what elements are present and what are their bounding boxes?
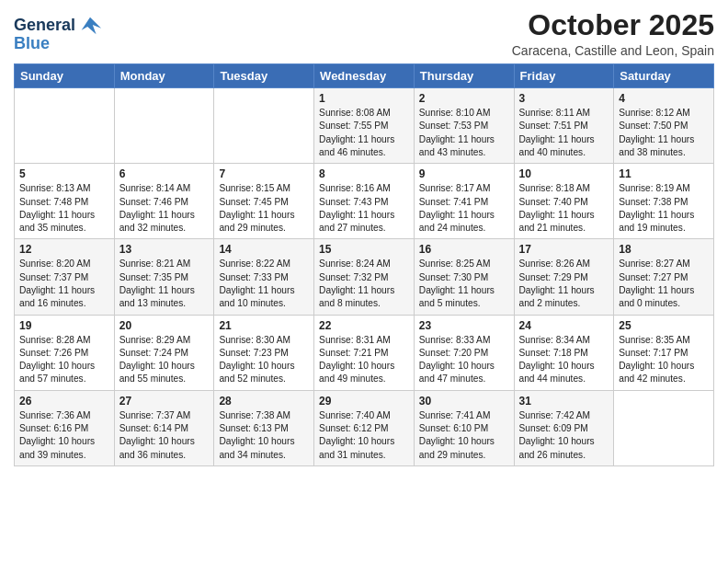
calendar-cell: 29Sunrise: 7:40 AM Sunset: 6:12 PM Dayli… [314, 390, 415, 465]
cell-content: Sunrise: 8:12 AM Sunset: 7:50 PM Dayligh… [619, 107, 709, 159]
day-number: 11 [619, 167, 709, 180]
day-number: 26 [19, 395, 109, 408]
calendar-cell [614, 390, 714, 465]
calendar-cell: 25Sunrise: 8:35 AM Sunset: 7:17 PM Dayli… [614, 315, 714, 390]
calendar-cell: 22Sunrise: 8:31 AM Sunset: 7:21 PM Dayli… [314, 315, 415, 390]
day-number: 28 [219, 395, 309, 408]
calendar-cell: 5Sunrise: 8:13 AM Sunset: 7:48 PM Daylig… [15, 164, 115, 239]
calendar-cell: 31Sunrise: 7:42 AM Sunset: 6:09 PM Dayli… [514, 390, 614, 465]
cell-content: Sunrise: 7:36 AM Sunset: 6:16 PM Dayligh… [19, 409, 109, 462]
week-row-1: 1Sunrise: 8:08 AM Sunset: 7:55 PM Daylig… [15, 88, 714, 164]
calendar-cell: 26Sunrise: 7:36 AM Sunset: 6:16 PM Dayli… [15, 390, 115, 465]
svg-marker-0 [82, 17, 101, 35]
calendar-cell: 3Sunrise: 8:11 AM Sunset: 7:51 PM Daylig… [514, 88, 614, 164]
calendar-cell: 20Sunrise: 8:29 AM Sunset: 7:24 PM Dayli… [114, 315, 214, 390]
day-number: 19 [19, 319, 109, 332]
day-number: 2 [419, 92, 509, 105]
day-number: 12 [19, 243, 109, 256]
cell-content: Sunrise: 8:34 AM Sunset: 7:18 PM Dayligh… [519, 334, 609, 386]
cell-content: Sunrise: 8:18 AM Sunset: 7:40 PM Dayligh… [519, 182, 609, 235]
day-number: 29 [319, 395, 409, 408]
day-number: 15 [319, 243, 409, 256]
day-number: 25 [619, 319, 709, 332]
calendar-cell: 2Sunrise: 8:10 AM Sunset: 7:53 PM Daylig… [414, 88, 514, 164]
cell-content: Sunrise: 7:38 AM Sunset: 6:13 PM Dayligh… [219, 409, 309, 462]
cell-content: Sunrise: 8:16 AM Sunset: 7:43 PM Dayligh… [319, 182, 409, 235]
calendar-cell: 17Sunrise: 8:26 AM Sunset: 7:29 PM Dayli… [514, 239, 614, 315]
cell-content: Sunrise: 8:11 AM Sunset: 7:51 PM Dayligh… [519, 107, 609, 159]
col-monday: Monday [114, 64, 214, 88]
cell-content: Sunrise: 8:31 AM Sunset: 7:21 PM Dayligh… [319, 334, 409, 386]
cell-content: Sunrise: 8:29 AM Sunset: 7:24 PM Dayligh… [119, 334, 210, 386]
week-row-5: 26Sunrise: 7:36 AM Sunset: 6:16 PM Dayli… [15, 390, 714, 465]
day-number: 4 [619, 92, 709, 105]
cell-content: Sunrise: 8:27 AM Sunset: 7:27 PM Dayligh… [619, 258, 709, 310]
day-number: 23 [419, 319, 509, 332]
calendar-cell: 27Sunrise: 7:37 AM Sunset: 6:14 PM Dayli… [114, 390, 214, 465]
calendar-cell: 18Sunrise: 8:27 AM Sunset: 7:27 PM Dayli… [614, 239, 714, 315]
cell-content: Sunrise: 8:28 AM Sunset: 7:26 PM Dayligh… [19, 334, 109, 386]
calendar-cell [15, 88, 115, 164]
col-friday: Friday [514, 64, 614, 88]
cell-content: Sunrise: 8:20 AM Sunset: 7:37 PM Dayligh… [19, 258, 109, 310]
day-number: 18 [619, 243, 709, 256]
day-number: 16 [419, 243, 509, 256]
cell-content: Sunrise: 8:19 AM Sunset: 7:38 PM Dayligh… [619, 182, 709, 235]
col-thursday: Thursday [414, 64, 514, 88]
day-number: 17 [519, 243, 609, 256]
day-number: 24 [519, 319, 609, 332]
calendar-cell: 24Sunrise: 8:34 AM Sunset: 7:18 PM Dayli… [514, 315, 614, 390]
cell-content: Sunrise: 8:21 AM Sunset: 7:35 PM Dayligh… [119, 258, 210, 310]
calendar-cell: 14Sunrise: 8:22 AM Sunset: 7:33 PM Dayli… [214, 239, 314, 315]
cell-content: Sunrise: 8:14 AM Sunset: 7:46 PM Dayligh… [119, 182, 210, 235]
calendar-cell: 19Sunrise: 8:28 AM Sunset: 7:26 PM Dayli… [15, 315, 115, 390]
page-header: General Blue October 2025 Caracena, Cast… [14, 9, 714, 58]
col-saturday: Saturday [614, 64, 714, 88]
day-number: 10 [519, 167, 609, 180]
logo-text-general: General [14, 17, 75, 35]
col-tuesday: Tuesday [214, 64, 314, 88]
calendar-cell: 16Sunrise: 8:25 AM Sunset: 7:30 PM Dayli… [414, 239, 514, 315]
day-number: 7 [219, 167, 309, 180]
cell-content: Sunrise: 8:24 AM Sunset: 7:32 PM Dayligh… [319, 258, 409, 310]
day-number: 30 [419, 395, 509, 408]
day-number: 21 [219, 319, 309, 332]
calendar-cell: 13Sunrise: 8:21 AM Sunset: 7:35 PM Dayli… [114, 239, 214, 315]
cell-content: Sunrise: 8:15 AM Sunset: 7:45 PM Dayligh… [219, 182, 309, 235]
day-number: 14 [219, 243, 309, 256]
calendar-cell: 21Sunrise: 8:30 AM Sunset: 7:23 PM Dayli… [214, 315, 314, 390]
calendar-cell [114, 88, 214, 164]
calendar-cell: 28Sunrise: 7:38 AM Sunset: 6:13 PM Dayli… [214, 390, 314, 465]
logo: General Blue [14, 13, 103, 53]
cell-content: Sunrise: 8:13 AM Sunset: 7:48 PM Dayligh… [19, 182, 109, 235]
col-wednesday: Wednesday [314, 64, 415, 88]
cell-content: Sunrise: 7:37 AM Sunset: 6:14 PM Dayligh… [119, 409, 210, 462]
day-number: 6 [119, 167, 210, 180]
cell-content: Sunrise: 8:35 AM Sunset: 7:17 PM Dayligh… [619, 334, 709, 386]
calendar-cell: 9Sunrise: 8:17 AM Sunset: 7:41 PM Daylig… [414, 164, 514, 239]
logo-text-blue: Blue [14, 35, 50, 53]
cell-content: Sunrise: 8:25 AM Sunset: 7:30 PM Dayligh… [419, 258, 509, 310]
week-row-4: 19Sunrise: 8:28 AM Sunset: 7:26 PM Dayli… [15, 315, 714, 390]
calendar-table: Sunday Monday Tuesday Wednesday Thursday… [14, 63, 714, 466]
calendar-cell [214, 88, 314, 164]
day-number: 8 [319, 167, 409, 180]
cell-content: Sunrise: 8:17 AM Sunset: 7:41 PM Dayligh… [419, 182, 509, 235]
col-sunday: Sunday [15, 64, 115, 88]
cell-content: Sunrise: 7:40 AM Sunset: 6:12 PM Dayligh… [319, 409, 409, 462]
cell-content: Sunrise: 8:33 AM Sunset: 7:20 PM Dayligh… [419, 334, 509, 386]
calendar-cell: 10Sunrise: 8:18 AM Sunset: 7:40 PM Dayli… [514, 164, 614, 239]
cell-content: Sunrise: 8:26 AM Sunset: 7:29 PM Dayligh… [519, 258, 609, 310]
day-number: 9 [419, 167, 509, 180]
cell-content: Sunrise: 7:42 AM Sunset: 6:09 PM Dayligh… [519, 409, 609, 462]
day-number: 5 [19, 167, 109, 180]
calendar-cell: 11Sunrise: 8:19 AM Sunset: 7:38 PM Dayli… [614, 164, 714, 239]
cell-content: Sunrise: 8:08 AM Sunset: 7:55 PM Dayligh… [319, 107, 409, 159]
cell-content: Sunrise: 8:22 AM Sunset: 7:33 PM Dayligh… [219, 258, 309, 310]
calendar-cell: 7Sunrise: 8:15 AM Sunset: 7:45 PM Daylig… [214, 164, 314, 239]
day-number: 1 [319, 92, 409, 105]
day-number: 13 [119, 243, 210, 256]
calendar-page: General Blue October 2025 Caracena, Cast… [0, 0, 728, 563]
cell-content: Sunrise: 8:30 AM Sunset: 7:23 PM Dayligh… [219, 334, 309, 386]
title-block: October 2025 Caracena, Castille and Leon… [512, 9, 714, 58]
